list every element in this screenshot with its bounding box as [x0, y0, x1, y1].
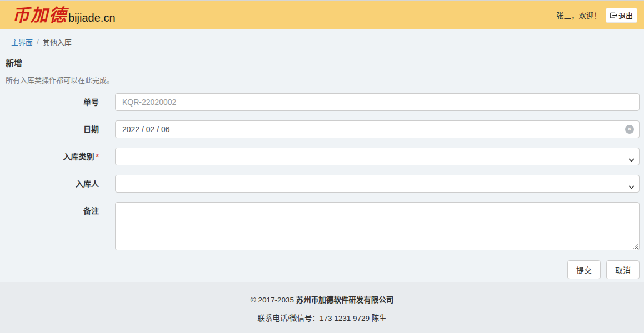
logo[interactable]: 币加德 bijiade.cn	[12, 7, 116, 24]
logout-button[interactable]: 退出	[606, 8, 637, 23]
remark-label: 备注	[0, 202, 99, 250]
logo-chinese-text: 币加德	[12, 7, 67, 24]
logo-domain-text: bijiade.cn	[68, 12, 116, 24]
welcome-text: 张三，欢迎！	[556, 9, 601, 21]
logout-icon	[610, 12, 617, 19]
copyright-line: © 2017-2035 苏州币加德软件研发有限公司	[0, 294, 644, 305]
date-wrap: ✕	[115, 120, 640, 138]
page: 币加德 bijiade.cn 张三，欢迎！ 退出 主界面 / 其他入库 新增	[0, 0, 644, 333]
required-asterisk: *	[96, 152, 99, 161]
logout-label: 退出	[618, 10, 633, 21]
main-content: 主界面 / 其他入库 新增 所有入库类操作都可以在此完成。 单号 日期 ✕	[0, 29, 644, 282]
operator-wrap	[115, 175, 640, 193]
category-label: 入库类别*	[0, 148, 99, 165]
breadcrumb-current: 其他入库	[43, 37, 72, 47]
breadcrumb: 主界面 / 其他入库	[0, 29, 644, 47]
remark-textarea[interactable]	[115, 202, 640, 250]
operator-select[interactable]	[115, 175, 640, 193]
contact-line: 联系电话/微信号：173 1231 9729 陈生	[0, 312, 644, 323]
copyright-prefix: © 2017-2035	[251, 296, 296, 304]
page-subtitle: 所有入库类操作都可以在此完成。	[6, 74, 638, 85]
form-row-remark: 备注	[0, 202, 644, 250]
date-label: 日期	[0, 120, 99, 138]
app-header: 币加德 bijiade.cn 张三，欢迎！ 退出	[0, 1, 644, 29]
header-right: 张三，欢迎！ 退出	[556, 8, 637, 23]
order-number-label: 单号	[0, 93, 99, 111]
breadcrumb-separator: /	[37, 38, 39, 46]
form-row-order-number: 单号	[0, 93, 644, 111]
category-select[interactable]	[115, 148, 640, 165]
category-wrap	[115, 148, 640, 165]
app-footer: © 2017-2035 苏州币加德软件研发有限公司 联系电话/微信号：173 1…	[0, 282, 644, 333]
remark-wrap	[115, 202, 640, 250]
page-title: 新增	[6, 57, 638, 68]
company-name: 苏州币加德软件研发有限公司	[296, 296, 394, 304]
date-input[interactable]	[115, 120, 640, 138]
cancel-button[interactable]: 取消	[606, 260, 640, 279]
clear-date-icon[interactable]: ✕	[625, 125, 634, 134]
form-actions: 提交 取消	[0, 260, 644, 279]
breadcrumb-home-link[interactable]: 主界面	[11, 37, 33, 47]
form-row-operator: 入库人	[0, 175, 644, 193]
submit-button[interactable]: 提交	[567, 260, 601, 279]
form-row-date: 日期 ✕	[0, 120, 644, 138]
order-number-wrap	[115, 93, 640, 111]
order-number-input[interactable]	[115, 93, 640, 111]
stock-in-form: 单号 日期 ✕ 入库类别*	[0, 93, 644, 279]
operator-label: 入库人	[0, 175, 99, 193]
form-row-category: 入库类别*	[0, 148, 644, 165]
